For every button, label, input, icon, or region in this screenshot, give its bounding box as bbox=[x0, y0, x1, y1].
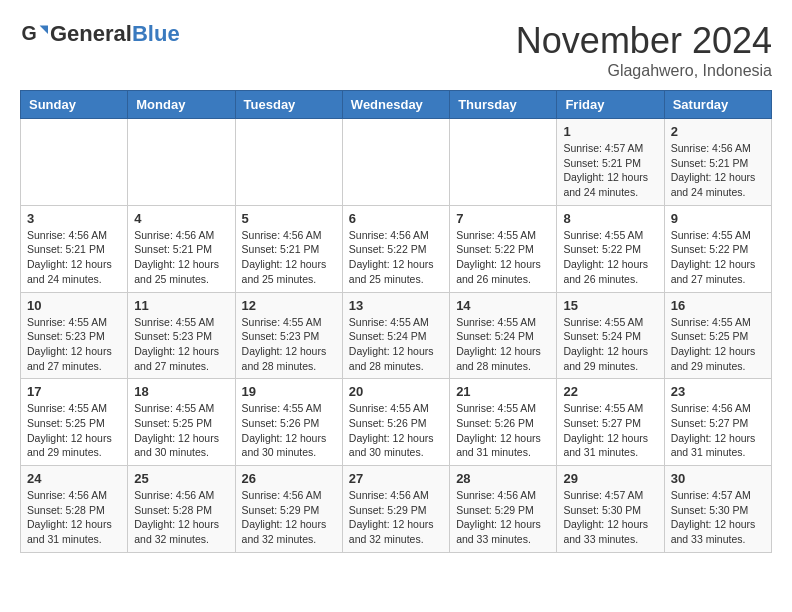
day-number: 5 bbox=[242, 211, 336, 226]
calendar-day-cell bbox=[21, 119, 128, 206]
day-number: 27 bbox=[349, 471, 443, 486]
calendar-day-cell bbox=[128, 119, 235, 206]
day-info: Sunrise: 4:55 AMSunset: 5:23 PMDaylight:… bbox=[134, 315, 228, 374]
day-number: 4 bbox=[134, 211, 228, 226]
day-number: 20 bbox=[349, 384, 443, 399]
location-subtitle: Glagahwero, Indonesia bbox=[516, 62, 772, 80]
day-number: 28 bbox=[456, 471, 550, 486]
calendar-day-cell: 1Sunrise: 4:57 AMSunset: 5:21 PMDaylight… bbox=[557, 119, 664, 206]
calendar-weekday-header: Friday bbox=[557, 91, 664, 119]
day-info: Sunrise: 4:55 AMSunset: 5:27 PMDaylight:… bbox=[563, 401, 657, 460]
day-info: Sunrise: 4:55 AMSunset: 5:22 PMDaylight:… bbox=[456, 228, 550, 287]
calendar-table: SundayMondayTuesdayWednesdayThursdayFrid… bbox=[20, 90, 772, 553]
svg-marker-1 bbox=[40, 26, 48, 34]
calendar-day-cell: 10Sunrise: 4:55 AMSunset: 5:23 PMDayligh… bbox=[21, 292, 128, 379]
day-number: 23 bbox=[671, 384, 765, 399]
calendar-day-cell: 15Sunrise: 4:55 AMSunset: 5:24 PMDayligh… bbox=[557, 292, 664, 379]
day-number: 10 bbox=[27, 298, 121, 313]
day-info: Sunrise: 4:57 AMSunset: 5:30 PMDaylight:… bbox=[563, 488, 657, 547]
day-number: 22 bbox=[563, 384, 657, 399]
day-number: 17 bbox=[27, 384, 121, 399]
day-info: Sunrise: 4:55 AMSunset: 5:25 PMDaylight:… bbox=[671, 315, 765, 374]
calendar-day-cell: 18Sunrise: 4:55 AMSunset: 5:25 PMDayligh… bbox=[128, 379, 235, 466]
calendar-day-cell: 14Sunrise: 4:55 AMSunset: 5:24 PMDayligh… bbox=[450, 292, 557, 379]
month-title: November 2024 bbox=[516, 20, 772, 62]
day-number: 2 bbox=[671, 124, 765, 139]
day-info: Sunrise: 4:56 AMSunset: 5:29 PMDaylight:… bbox=[349, 488, 443, 547]
day-info: Sunrise: 4:55 AMSunset: 5:26 PMDaylight:… bbox=[456, 401, 550, 460]
day-number: 1 bbox=[563, 124, 657, 139]
day-number: 9 bbox=[671, 211, 765, 226]
calendar-day-cell: 9Sunrise: 4:55 AMSunset: 5:22 PMDaylight… bbox=[664, 205, 771, 292]
calendar-day-cell: 25Sunrise: 4:56 AMSunset: 5:28 PMDayligh… bbox=[128, 466, 235, 553]
calendar-day-cell: 2Sunrise: 4:56 AMSunset: 5:21 PMDaylight… bbox=[664, 119, 771, 206]
calendar-week-row: 3Sunrise: 4:56 AMSunset: 5:21 PMDaylight… bbox=[21, 205, 772, 292]
calendar-day-cell: 8Sunrise: 4:55 AMSunset: 5:22 PMDaylight… bbox=[557, 205, 664, 292]
calendar-day-cell: 16Sunrise: 4:55 AMSunset: 5:25 PMDayligh… bbox=[664, 292, 771, 379]
svg-text:G: G bbox=[21, 22, 36, 44]
day-number: 7 bbox=[456, 211, 550, 226]
day-number: 26 bbox=[242, 471, 336, 486]
calendar-day-cell: 27Sunrise: 4:56 AMSunset: 5:29 PMDayligh… bbox=[342, 466, 449, 553]
calendar-weekday-header: Tuesday bbox=[235, 91, 342, 119]
day-info: Sunrise: 4:57 AMSunset: 5:21 PMDaylight:… bbox=[563, 141, 657, 200]
day-number: 14 bbox=[456, 298, 550, 313]
calendar-day-cell bbox=[450, 119, 557, 206]
calendar-day-cell: 5Sunrise: 4:56 AMSunset: 5:21 PMDaylight… bbox=[235, 205, 342, 292]
logo: G GeneralBlue bbox=[20, 20, 180, 48]
day-info: Sunrise: 4:55 AMSunset: 5:24 PMDaylight:… bbox=[456, 315, 550, 374]
calendar-week-row: 10Sunrise: 4:55 AMSunset: 5:23 PMDayligh… bbox=[21, 292, 772, 379]
calendar-day-cell: 12Sunrise: 4:55 AMSunset: 5:23 PMDayligh… bbox=[235, 292, 342, 379]
day-info: Sunrise: 4:56 AMSunset: 5:29 PMDaylight:… bbox=[242, 488, 336, 547]
calendar-weekday-header: Wednesday bbox=[342, 91, 449, 119]
day-info: Sunrise: 4:57 AMSunset: 5:30 PMDaylight:… bbox=[671, 488, 765, 547]
day-number: 8 bbox=[563, 211, 657, 226]
calendar-day-cell: 22Sunrise: 4:55 AMSunset: 5:27 PMDayligh… bbox=[557, 379, 664, 466]
day-info: Sunrise: 4:56 AMSunset: 5:21 PMDaylight:… bbox=[27, 228, 121, 287]
day-info: Sunrise: 4:55 AMSunset: 5:26 PMDaylight:… bbox=[349, 401, 443, 460]
calendar-day-cell: 19Sunrise: 4:55 AMSunset: 5:26 PMDayligh… bbox=[235, 379, 342, 466]
calendar-day-cell: 29Sunrise: 4:57 AMSunset: 5:30 PMDayligh… bbox=[557, 466, 664, 553]
day-info: Sunrise: 4:56 AMSunset: 5:27 PMDaylight:… bbox=[671, 401, 765, 460]
day-number: 11 bbox=[134, 298, 228, 313]
day-number: 15 bbox=[563, 298, 657, 313]
day-number: 6 bbox=[349, 211, 443, 226]
day-number: 29 bbox=[563, 471, 657, 486]
calendar-day-cell: 13Sunrise: 4:55 AMSunset: 5:24 PMDayligh… bbox=[342, 292, 449, 379]
day-number: 16 bbox=[671, 298, 765, 313]
calendar-day-cell: 28Sunrise: 4:56 AMSunset: 5:29 PMDayligh… bbox=[450, 466, 557, 553]
day-info: Sunrise: 4:55 AMSunset: 5:24 PMDaylight:… bbox=[349, 315, 443, 374]
calendar-header-row: SundayMondayTuesdayWednesdayThursdayFrid… bbox=[21, 91, 772, 119]
day-info: Sunrise: 4:56 AMSunset: 5:22 PMDaylight:… bbox=[349, 228, 443, 287]
calendar-week-row: 24Sunrise: 4:56 AMSunset: 5:28 PMDayligh… bbox=[21, 466, 772, 553]
calendar-weekday-header: Thursday bbox=[450, 91, 557, 119]
day-number: 24 bbox=[27, 471, 121, 486]
calendar-day-cell: 7Sunrise: 4:55 AMSunset: 5:22 PMDaylight… bbox=[450, 205, 557, 292]
calendar-day-cell: 23Sunrise: 4:56 AMSunset: 5:27 PMDayligh… bbox=[664, 379, 771, 466]
day-info: Sunrise: 4:55 AMSunset: 5:26 PMDaylight:… bbox=[242, 401, 336, 460]
logo-blue-text: Blue bbox=[132, 21, 180, 47]
day-info: Sunrise: 4:55 AMSunset: 5:22 PMDaylight:… bbox=[563, 228, 657, 287]
calendar-weekday-header: Monday bbox=[128, 91, 235, 119]
calendar-week-row: 1Sunrise: 4:57 AMSunset: 5:21 PMDaylight… bbox=[21, 119, 772, 206]
day-info: Sunrise: 4:56 AMSunset: 5:21 PMDaylight:… bbox=[671, 141, 765, 200]
day-info: Sunrise: 4:56 AMSunset: 5:29 PMDaylight:… bbox=[456, 488, 550, 547]
calendar-day-cell: 24Sunrise: 4:56 AMSunset: 5:28 PMDayligh… bbox=[21, 466, 128, 553]
day-number: 3 bbox=[27, 211, 121, 226]
day-number: 12 bbox=[242, 298, 336, 313]
day-info: Sunrise: 4:56 AMSunset: 5:28 PMDaylight:… bbox=[27, 488, 121, 547]
logo-icon: G bbox=[20, 20, 48, 48]
calendar-day-cell: 11Sunrise: 4:55 AMSunset: 5:23 PMDayligh… bbox=[128, 292, 235, 379]
day-number: 30 bbox=[671, 471, 765, 486]
day-number: 19 bbox=[242, 384, 336, 399]
day-info: Sunrise: 4:56 AMSunset: 5:21 PMDaylight:… bbox=[242, 228, 336, 287]
calendar-day-cell: 20Sunrise: 4:55 AMSunset: 5:26 PMDayligh… bbox=[342, 379, 449, 466]
calendar-weekday-header: Saturday bbox=[664, 91, 771, 119]
day-info: Sunrise: 4:55 AMSunset: 5:24 PMDaylight:… bbox=[563, 315, 657, 374]
calendar-day-cell: 4Sunrise: 4:56 AMSunset: 5:21 PMDaylight… bbox=[128, 205, 235, 292]
calendar-day-cell: 21Sunrise: 4:55 AMSunset: 5:26 PMDayligh… bbox=[450, 379, 557, 466]
page-header: G GeneralBlue November 2024 Glagahwero, … bbox=[20, 20, 772, 80]
day-info: Sunrise: 4:56 AMSunset: 5:21 PMDaylight:… bbox=[134, 228, 228, 287]
day-info: Sunrise: 4:55 AMSunset: 5:25 PMDaylight:… bbox=[134, 401, 228, 460]
day-info: Sunrise: 4:56 AMSunset: 5:28 PMDaylight:… bbox=[134, 488, 228, 547]
